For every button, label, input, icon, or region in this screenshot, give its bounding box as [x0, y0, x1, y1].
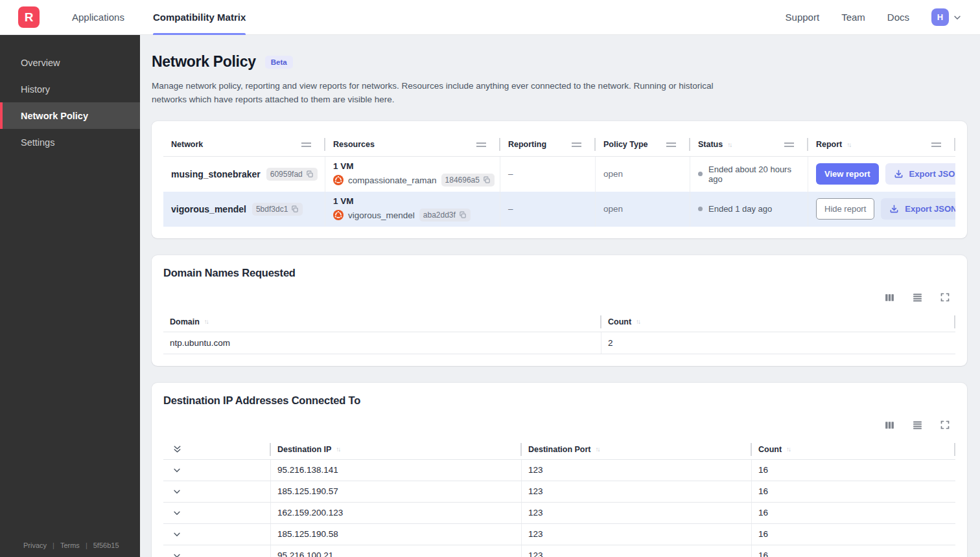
column-header-policy-type[interactable]: Policy Type	[596, 133, 690, 157]
expand-all-header[interactable]	[163, 440, 271, 459]
vm-count: 1 VM	[333, 161, 354, 171]
destination-row[interactable]: 162.159.200.123 123 16	[163, 503, 955, 524]
network-row[interactable]: vigorous_mendel 5bdf3dc1 1 VM vigorous_m…	[163, 192, 955, 227]
network-hash-badge[interactable]: 60959fad	[266, 168, 318, 181]
chevron-down-icon	[172, 530, 181, 539]
column-resize-handle[interactable]	[931, 142, 941, 147]
networks-table-header: Network Resources Reporting Policy Type	[163, 133, 955, 157]
column-header-destination-ip[interactable]: Destination IP ↑↓	[271, 440, 522, 459]
rows-icon[interactable]	[912, 420, 923, 431]
row-expand-toggle[interactable]	[163, 481, 271, 502]
nav-link-support[interactable]: Support	[786, 12, 820, 23]
destination-row[interactable]: 185.125.190.58 123 16	[163, 524, 955, 545]
column-resize-handle[interactable]	[572, 142, 581, 147]
sort-icon[interactable]: ↑↓	[727, 141, 731, 148]
policy-type-cell: open	[596, 192, 690, 227]
sort-icon[interactable]: ↑↓	[336, 446, 340, 453]
column-header-reporting[interactable]: Reporting	[500, 133, 596, 157]
row-expand-toggle[interactable]	[163, 460, 271, 481]
column-header-resources[interactable]: Resources	[325, 133, 500, 157]
domains-card: Domain Names Requested Domain ↑↓	[152, 255, 967, 366]
reporting-cell: –	[500, 192, 596, 227]
network-row[interactable]: musing_stonebraker 60959fad 1 VM compass…	[163, 157, 955, 192]
destination-row[interactable]: 185.125.190.57 123 16	[163, 481, 955, 503]
copy-icon	[291, 205, 299, 213]
column-header-network[interactable]: Network	[163, 133, 325, 157]
sort-icon[interactable]: ↑↓	[596, 446, 600, 453]
count-cell: 16	[752, 524, 955, 545]
status-dot	[698, 207, 703, 211]
port-cell: 123	[522, 545, 752, 557]
resources-cell: 1 VM vigorous_mendel aba2dd3f	[325, 192, 500, 227]
sidebar-item-overview[interactable]: Overview	[0, 49, 140, 76]
column-header-status[interactable]: Status ↑↓	[690, 133, 808, 157]
ip-cell: 162.159.200.123	[271, 503, 522, 523]
count-cell: 16	[752, 503, 955, 523]
count-cell: 16	[752, 545, 955, 557]
report-cell: Hide report Export JSON	[808, 192, 955, 227]
terms-link[interactable]: Terms	[60, 541, 80, 549]
user-menu[interactable]: H	[931, 8, 962, 26]
view-report-button[interactable]: View report	[816, 163, 879, 185]
resource-hash-badge[interactable]: aba2dd3f	[419, 209, 471, 222]
chevron-down-icon	[172, 466, 181, 475]
sort-icon[interactable]: ↑↓	[786, 446, 790, 453]
column-header-domain[interactable]: Domain ↑↓	[163, 312, 601, 332]
fullscreen-icon[interactable]	[940, 420, 950, 431]
status-cell: Ended 1 day ago	[690, 192, 808, 227]
ip-cell: 185.125.190.58	[271, 524, 522, 545]
page-title: Network Policy	[152, 53, 256, 71]
privacy-link[interactable]: Privacy	[23, 541, 47, 549]
rows-icon[interactable]	[912, 292, 923, 303]
export-json-button[interactable]: Export JSON	[885, 163, 955, 185]
sort-icon[interactable]: ↑↓	[846, 141, 850, 148]
destination-row[interactable]: 95.216.138.141 123 16	[163, 460, 955, 481]
count-cell: 16	[752, 481, 955, 502]
network-hash-badge[interactable]: 5bdf3dc1	[252, 203, 303, 216]
count-cell: 16	[752, 460, 955, 481]
sidebar-item-history[interactable]: History	[0, 76, 140, 102]
row-expand-toggle[interactable]	[163, 545, 271, 557]
status-text: Ended 1 day ago	[708, 204, 772, 214]
domain-row[interactable]: ntp.ubuntu.com 2	[163, 332, 955, 354]
row-expand-toggle[interactable]	[163, 503, 271, 523]
column-header-report[interactable]: Report ↑↓	[808, 133, 955, 157]
tab-applications[interactable]: Applications	[72, 0, 124, 35]
row-expand-toggle[interactable]	[163, 524, 271, 545]
double-chevron-down-icon	[172, 444, 182, 454]
app-logo[interactable]: R	[18, 6, 40, 28]
column-resize-handle[interactable]	[301, 142, 311, 147]
sidebar: Overview History Network Policy Settings…	[0, 35, 140, 557]
network-name: vigorous_mendel	[171, 204, 246, 214]
destinations-card: Destination IP Addresses Connected To	[152, 383, 967, 557]
network-name: musing_stonebraker	[171, 169, 261, 179]
columns-icon[interactable]	[884, 292, 895, 303]
sidebar-item-settings[interactable]: Settings	[0, 129, 140, 155]
reporting-cell: –	[500, 157, 596, 192]
fullscreen-icon[interactable]	[940, 292, 950, 303]
sidebar-item-network-policy[interactable]: Network Policy	[0, 102, 140, 129]
column-header-destination-port[interactable]: Destination Port ↑↓	[522, 440, 752, 459]
columns-icon[interactable]	[884, 420, 895, 431]
domains-card-title: Domain Names Requested	[163, 267, 955, 279]
column-resize-handle[interactable]	[476, 142, 486, 147]
sort-icon[interactable]: ↑↓	[204, 318, 208, 325]
port-cell: 123	[522, 524, 752, 545]
avatar[interactable]: H	[931, 8, 949, 26]
build-version: 5f56b15	[93, 541, 119, 549]
copy-icon	[459, 211, 467, 219]
hide-report-button[interactable]: Hide report	[816, 198, 874, 220]
column-header-count[interactable]: Count ↑↓	[601, 312, 955, 332]
resource-hash-badge[interactable]: 184696a5	[441, 174, 495, 187]
column-resize-handle[interactable]	[666, 142, 676, 147]
column-header-count[interactable]: Count ↑↓	[752, 440, 955, 459]
tab-compatibility-matrix[interactable]: Compatibility Matrix	[153, 0, 246, 35]
ip-cell: 95.216.138.141	[271, 460, 522, 481]
destinations-card-title: Destination IP Addresses Connected To	[163, 394, 955, 407]
nav-link-docs[interactable]: Docs	[887, 12, 909, 23]
column-resize-handle[interactable]	[784, 142, 794, 147]
destination-row[interactable]: 95.216.100.21 123 16	[163, 545, 955, 557]
export-json-button[interactable]: Export JSON	[881, 198, 955, 220]
nav-link-team[interactable]: Team	[841, 12, 865, 23]
sort-icon[interactable]: ↑↓	[636, 318, 640, 325]
